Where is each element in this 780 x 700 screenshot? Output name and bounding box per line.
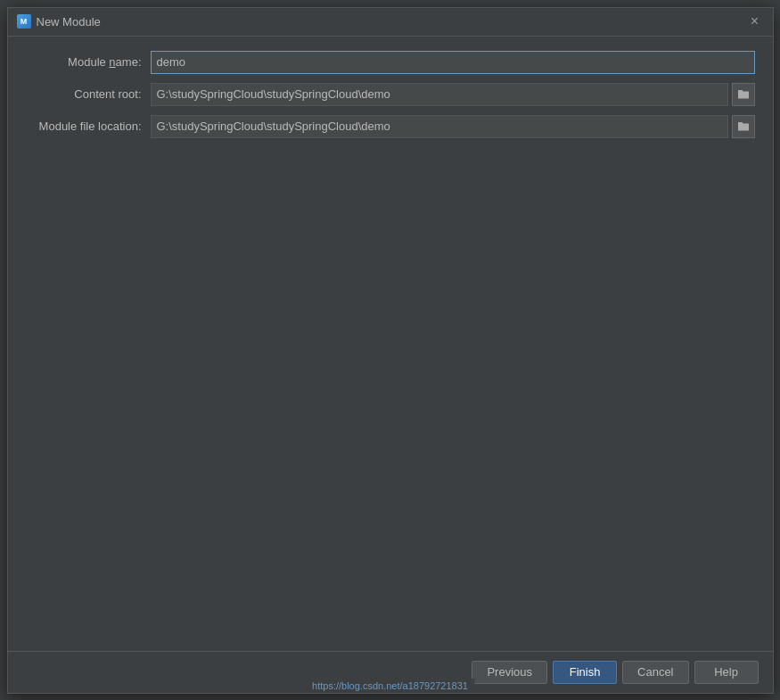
help-button[interactable]: Help [694,661,759,684]
module-file-location-input[interactable] [151,115,728,138]
module-icon: M [17,14,31,29]
content-root-input[interactable] [151,83,728,106]
dialog-title-icon: M [17,14,31,29]
new-module-dialog: M New Module × Module name: Content root… [7,7,774,694]
module-file-location-label: Module file location: [26,119,142,133]
dialog-title: New Module [37,15,746,29]
dialog-titlebar: M New Module × [8,8,773,37]
content-root-label: Content root: [26,87,142,101]
close-button[interactable]: × [746,12,764,30]
module-name-input-wrapper [151,51,755,74]
module-file-location-row: Module file location: [26,115,755,138]
previous-button[interactable]: Previous [472,661,547,684]
module-name-label: Module name: [26,55,142,69]
finish-button[interactable]: Finish [553,661,617,684]
folder-icon [737,120,750,133]
module-file-location-browse-button[interactable] [732,115,755,138]
status-url: https://blog.csdn.net/a18792721831 [305,679,475,693]
module-name-input[interactable] [151,51,755,74]
module-name-row: Module name: [26,51,755,74]
dialog-content: Module name: Content root: [8,37,773,651]
content-root-input-wrapper [151,83,755,106]
folder-icon [737,88,750,101]
module-file-location-input-wrapper [151,115,755,138]
content-root-row: Content root: [26,83,755,106]
cancel-button[interactable]: Cancel [622,661,688,684]
content-root-browse-button[interactable] [732,83,755,106]
